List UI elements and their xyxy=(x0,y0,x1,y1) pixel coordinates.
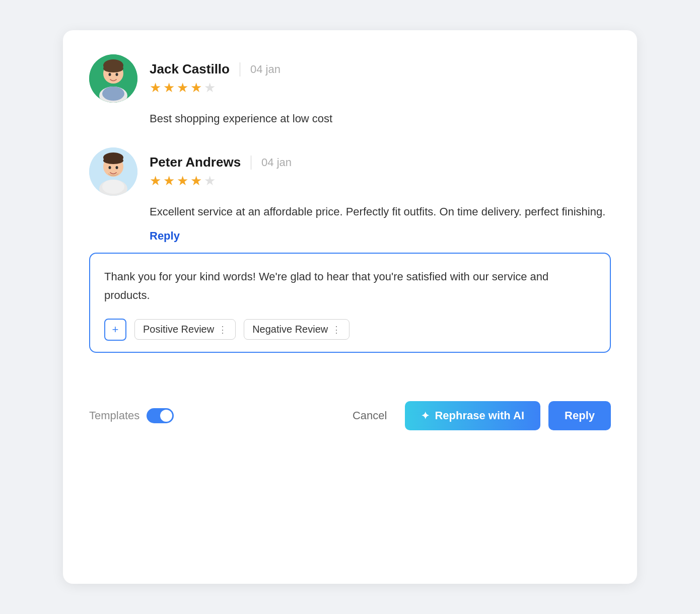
avatar-peter xyxy=(89,147,137,196)
star-4: ★ xyxy=(190,80,202,96)
reply-tags-row: + Positive Review ⋮ Negative Review ⋮ xyxy=(104,319,596,341)
svg-point-6 xyxy=(109,73,111,76)
star-p4: ★ xyxy=(190,173,202,189)
reviewer-name-jack: Jack Castillo xyxy=(150,61,230,77)
review-text-jack: Best shopping experience at low cost xyxy=(150,110,611,127)
stars-peter: ★ ★ ★ ★ ★ xyxy=(150,173,292,189)
reply-content-text: Thank you for your kind words! We're gla… xyxy=(104,268,596,304)
review-header-2: Peter Andrews 04 jan ★ ★ ★ ★ ★ xyxy=(89,147,611,196)
negative-review-label: Negative Review xyxy=(252,324,328,335)
star-p5-empty: ★ xyxy=(204,173,216,189)
svg-point-7 xyxy=(116,73,118,76)
templates-label: Templates xyxy=(89,409,139,422)
star-p2: ★ xyxy=(163,173,175,189)
toggle-knob xyxy=(160,410,172,422)
reviewer-name-peter: Peter Andrews xyxy=(150,155,241,170)
review-item-1: Jack Castillo 04 jan ★ ★ ★ ★ ★ Best shop… xyxy=(89,54,611,127)
svg-point-10 xyxy=(102,180,124,194)
reviewer-info-jack: Jack Castillo 04 jan ★ ★ ★ ★ ★ xyxy=(150,61,281,96)
cancel-button[interactable]: Cancel xyxy=(342,403,397,428)
star-p3: ★ xyxy=(177,173,188,189)
svg-point-15 xyxy=(116,166,118,169)
star-2: ★ xyxy=(163,80,175,96)
plus-icon: + xyxy=(112,323,119,336)
review-date-peter: 04 jan xyxy=(261,156,292,169)
reply-submit-button[interactable]: Reply xyxy=(548,401,611,430)
reviewer-info-peter: Peter Andrews 04 jan ★ ★ ★ ★ ★ xyxy=(150,155,292,189)
positive-review-label: Positive Review xyxy=(143,324,214,335)
star-3: ★ xyxy=(177,80,188,96)
svg-point-13 xyxy=(103,157,123,164)
star-5-empty: ★ xyxy=(204,80,216,96)
reply-box: Thank you for your kind words! We're gla… xyxy=(89,253,611,353)
svg-point-14 xyxy=(109,166,111,169)
avatar-jack xyxy=(89,54,137,103)
negative-tag-menu-icon[interactable]: ⋮ xyxy=(332,324,341,335)
rephrase-ai-button[interactable]: ✦ Rephrase with AI xyxy=(405,401,540,430)
add-tag-button[interactable]: + xyxy=(104,319,126,341)
name-date-divider xyxy=(240,62,240,76)
bottom-actions: Cancel ✦ Rephrase with AI Reply xyxy=(342,401,611,430)
name-date-divider-2 xyxy=(251,156,251,170)
bottom-bar: Templates Cancel ✦ Rephrase with AI Repl… xyxy=(89,395,611,430)
templates-toggle[interactable] xyxy=(147,408,174,423)
sparkle-icon: ✦ xyxy=(421,410,430,422)
review-header-1: Jack Castillo 04 jan ★ ★ ★ ★ ★ xyxy=(89,54,611,103)
star-1: ★ xyxy=(150,80,161,96)
rephrase-label: Rephrase with AI xyxy=(435,409,524,422)
positive-tag-menu-icon[interactable]: ⋮ xyxy=(218,324,227,335)
review-date-jack: 04 jan xyxy=(250,63,281,76)
svg-point-2 xyxy=(102,87,124,101)
star-p1: ★ xyxy=(150,173,161,189)
stars-jack: ★ ★ ★ ★ ★ xyxy=(150,80,281,96)
templates-section: Templates xyxy=(89,408,174,423)
negative-review-tag[interactable]: Negative Review ⋮ xyxy=(244,319,349,340)
positive-review-tag[interactable]: Positive Review ⋮ xyxy=(134,319,236,340)
svg-point-5 xyxy=(103,64,123,72)
review-item-2: Peter Andrews 04 jan ★ ★ ★ ★ ★ Excellent… xyxy=(89,147,611,353)
reviews-card: Jack Castillo 04 jan ★ ★ ★ ★ ★ Best shop… xyxy=(63,30,637,584)
review-text-peter: Excellent service at an affordable price… xyxy=(150,203,611,220)
reply-link-peter[interactable]: Reply xyxy=(150,229,611,243)
